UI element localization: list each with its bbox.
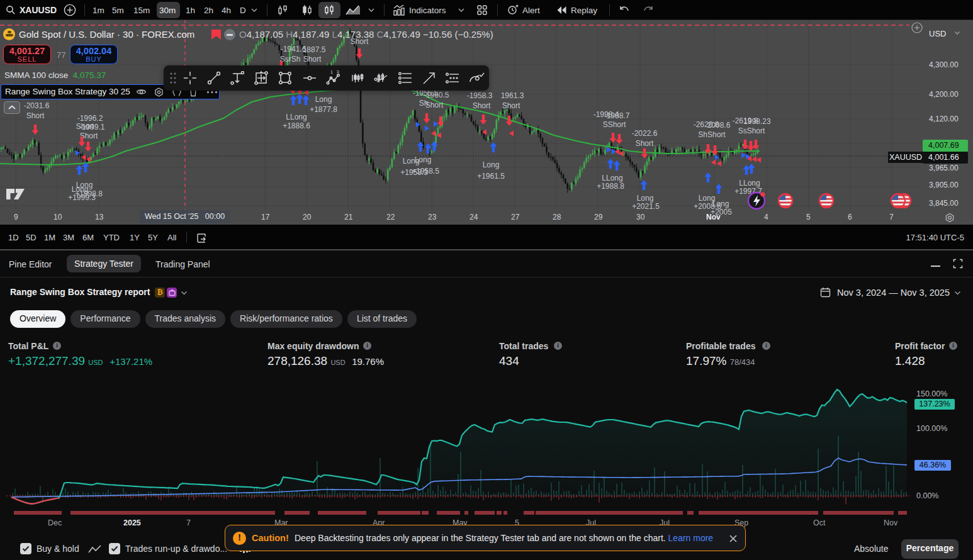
svg-text:Short: Short	[636, 139, 654, 148]
svg-text:SsShort: SsShort	[738, 126, 765, 135]
svg-text:+1877.8: +1877.8	[310, 105, 337, 114]
svg-text:LLong: LLong	[739, 179, 760, 188]
svg-text:Short: Short	[26, 111, 45, 120]
svg-text:-2022.6: -2022.6	[632, 129, 658, 138]
svg-text:Short: Short	[76, 122, 94, 131]
svg-text:SsrSh: SsrSh	[280, 55, 301, 64]
svg-text:-1958.3: -1958.3	[467, 91, 493, 100]
svg-text:Long: Long	[483, 160, 500, 169]
svg-text:+1953.3: +1953.3	[400, 168, 428, 177]
svg-text:LLong: LLong	[286, 113, 307, 121]
svg-text:-2031.6: -2031.6	[24, 101, 50, 110]
svg-text:5: 5	[337, 70, 339, 74]
svg-text:1: 1	[330, 70, 333, 74]
svg-text:LLong: LLong	[602, 174, 622, 182]
svg-text:Long: Long	[712, 199, 729, 208]
svg-text:Short: Short	[303, 55, 322, 64]
svg-text:Short: Short	[473, 101, 491, 110]
svg-text:Long: Long	[415, 155, 432, 164]
svg-text:Long: Long	[315, 95, 332, 104]
svg-text:+1999.3: +1999.3	[68, 193, 96, 202]
svg-text:+1961.5: +1961.5	[477, 172, 505, 181]
svg-text:SShort: SShort	[603, 120, 626, 129]
svg-text:+1988.8: +1988.8	[597, 182, 624, 191]
svg-text:1887.5: 1887.5	[303, 45, 326, 54]
svg-text:ShShort: ShShort	[698, 130, 726, 139]
svg-text:Short: Short	[425, 101, 444, 109]
svg-text:Short: Short	[502, 101, 520, 110]
svg-text:Long: Long	[637, 194, 654, 203]
svg-text:1998.23: 1998.23	[743, 117, 771, 126]
svg-text:+1888.6: +1888.6	[283, 121, 310, 130]
svg-text:2008.6: 2008.6	[707, 121, 731, 130]
svg-text:-1960.5: -1960.5	[424, 91, 449, 99]
svg-text:-1996.2: -1996.2	[77, 114, 103, 123]
svg-text:-1998.4: -1998.4	[593, 110, 619, 119]
svg-text:1961.3: 1961.3	[501, 91, 524, 100]
